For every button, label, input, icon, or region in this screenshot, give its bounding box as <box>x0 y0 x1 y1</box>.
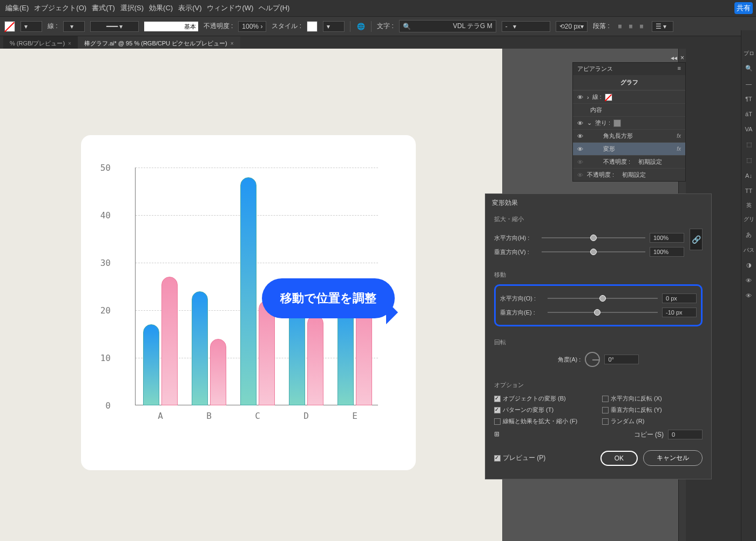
stroke-profile[interactable]: ━━━ ▾ <box>90 21 139 32</box>
rail-text-icon[interactable]: あ <box>741 226 756 243</box>
transform-effect-dialog: 変形効果 拡大・縮小 水平方向(H) : 100% 垂直方向(V) : 100%… <box>485 193 712 479</box>
appearance-roundrect-row[interactable]: 👁 角丸長方形 fx <box>573 129 685 142</box>
rail-glyph[interactable]: グリ <box>741 212 756 226</box>
style-dropdown[interactable]: ▾ <box>323 21 345 32</box>
menu-select[interactable]: 選択(S) <box>118 2 146 14</box>
scale-section: 拡大・縮小 水平方向(H) : 100% 垂直方向(V) : 100% 🔗 <box>485 212 711 268</box>
opt-object-transform[interactable]: オブジェクトの変形 (B) <box>494 395 586 403</box>
menu-format[interactable]: 書式(T) <box>90 2 117 14</box>
text-label: 文字 : <box>377 22 394 31</box>
opacity-value[interactable]: 100% › <box>238 21 266 32</box>
appearance-fill-row[interactable]: 👁 ⌄ 塗り : <box>573 116 685 129</box>
appearance-target: グラフ <box>573 75 685 90</box>
close-icon[interactable]: × <box>231 41 234 46</box>
appearance-transform-row[interactable]: 👁 変形 fx <box>573 142 685 155</box>
rail-glyph-icon[interactable]: áT <box>741 106 756 122</box>
stroke-type[interactable]: 基本 <box>144 22 198 31</box>
align-center-icon[interactable]: ≡ <box>626 22 636 31</box>
align-left-icon[interactable]: ≡ <box>615 22 625 31</box>
appearance-opacity2-row[interactable]: 👁 不透明度 : 初期設定 <box>573 168 685 181</box>
rail-eye-icon[interactable]: 👁 <box>741 273 756 288</box>
eye-icon[interactable]: 👁 <box>577 94 584 101</box>
font-size[interactable]: ⟲ 20 px ▾ <box>556 21 588 32</box>
menu-edit[interactable]: 編集(E) <box>3 2 31 14</box>
rail-color-icon[interactable]: ◑ <box>741 257 756 273</box>
menu-effect[interactable]: 効果(C) <box>147 2 175 14</box>
rail-tt-icon[interactable]: TT <box>741 183 756 198</box>
rail-icon[interactable]: ⬚ <box>741 137 756 152</box>
close-icon[interactable]: × <box>680 54 684 62</box>
options-section: オプション オブジェクトの変形 (B) 水平方向に反転 (X) パターンの変形 … <box>485 378 711 446</box>
opt-pattern-transform[interactable]: パターンの変形 (T) <box>494 406 586 414</box>
rail-search-icon[interactable]: 🔍 <box>741 61 756 76</box>
vscale-slider[interactable] <box>542 251 645 252</box>
hmove-input[interactable]: 0 px <box>662 293 697 303</box>
font-style[interactable]: - ▾ <box>502 21 550 32</box>
rail-eng[interactable]: 英 <box>741 198 756 212</box>
eye-icon[interactable]: 👁 <box>577 146 584 152</box>
share-button[interactable]: 共有 <box>734 2 753 14</box>
style-label: スタイル : <box>272 22 301 31</box>
font-field[interactable]: 🔍 VDL テラG M <box>399 20 496 32</box>
dialog-title: 変形効果 <box>485 194 711 212</box>
rail-aa-icon[interactable]: A↓ <box>741 168 756 183</box>
eye-icon[interactable]: 👁 <box>577 120 584 126</box>
preview-checkbox[interactable]: プレビュー (P) <box>494 453 545 463</box>
stroke-weight[interactable]: ▾ <box>63 21 85 32</box>
rail-icon2[interactable]: ⬚ <box>741 152 756 168</box>
grid-icon[interactable]: ⊞ <box>494 430 503 439</box>
menu-icon[interactable]: ≡ <box>678 65 681 73</box>
hscale-slider[interactable] <box>542 237 645 238</box>
stroke-label: 線 : <box>48 22 58 31</box>
opacity-label: 不透明度 : <box>204 22 233 31</box>
opt-scale-strokes[interactable]: 線幅と効果を拡大・縮小 (F) <box>494 417 586 425</box>
move-highlight: 水平方向(O) : 0 px 垂直方向(E) : -10 px <box>494 284 703 326</box>
move-section: 移動 水平方向(O) : 0 px 垂直方向(E) : -10 px <box>485 268 711 335</box>
menu-object[interactable]: オブジェクト(O) <box>32 2 89 14</box>
annotation-bubble: 移動で位置を調整 <box>262 278 395 318</box>
hscale-input[interactable]: 100% <box>650 233 684 243</box>
rail-type-icon[interactable]: ¶T <box>741 91 756 106</box>
collapse-icon[interactable]: ◂◂ <box>671 54 677 62</box>
link-icon[interactable]: 🔗 <box>690 229 703 250</box>
close-icon[interactable]: × <box>68 41 71 46</box>
panel-title: アピアランス <box>577 65 613 73</box>
rail-va-icon[interactable]: VA <box>741 122 756 137</box>
appearance-stroke-row[interactable]: 👁 › 線 : <box>573 90 685 103</box>
fill-dropdown[interactable]: ▾ <box>21 21 42 32</box>
cancel-button[interactable]: キャンセル <box>643 450 703 466</box>
right-panel-rail: プロ 🔍 — ¶T áT VA ⬚ ⬚ A↓ TT 英 グリ あ パス ◑ 👁 … <box>741 30 756 541</box>
list-dropdown[interactable]: ☰ ▾ <box>652 21 673 32</box>
hmove-slider[interactable] <box>548 298 658 299</box>
menubar: 編集(E) オブジェクト(O) 書式(T) 選択(S) 効果(C) 表示(V) … <box>0 0 756 16</box>
para-label: 段落 : <box>593 22 610 31</box>
opt-reflect-x[interactable]: 水平方向に反転 (X) <box>602 395 694 403</box>
rail-pathfinder[interactable]: パス <box>741 243 756 257</box>
vmove-input[interactable]: -10 px <box>662 308 697 317</box>
rotate-section: 回転 角度(A) : 0° <box>485 335 711 378</box>
vscale-input[interactable]: 100% <box>650 247 684 257</box>
angle-dial[interactable] <box>585 352 600 367</box>
angle-input[interactable]: 0° <box>604 355 639 364</box>
copies-input[interactable]: 0 <box>668 430 703 439</box>
fill-swatch[interactable] <box>4 21 15 32</box>
appearance-opacity1-row[interactable]: 👁 不透明度 : 初期設定 <box>573 155 685 168</box>
globe-icon[interactable]: 🌐 <box>356 22 366 31</box>
para-align[interactable]: ≡ ≡ ≡ <box>615 22 646 31</box>
appearance-panel: ◂◂× アピアランス≡ グラフ 👁 › 線 : 内容 👁 ⌄ 塗り : 👁 角丸… <box>572 62 686 182</box>
rail-dash-icon[interactable]: — <box>741 76 756 91</box>
appearance-content-row[interactable]: 内容 <box>573 103 685 116</box>
align-right-icon[interactable]: ≡ <box>637 22 646 31</box>
control-toolbar: ▾ 線 : ▾ ━━━ ▾ 基本 不透明度 : 100% › スタイル : ▾ … <box>0 16 756 36</box>
style-swatch[interactable] <box>307 21 318 32</box>
ok-button[interactable]: OK <box>600 451 638 466</box>
opt-reflect-y[interactable]: 垂直方向に反転 (Y) <box>602 406 694 414</box>
eye-icon[interactable]: 👁 <box>577 133 584 139</box>
vmove-slider[interactable] <box>548 312 658 313</box>
menu-window[interactable]: ウィンドウ(W) <box>205 2 255 14</box>
menu-view[interactable]: 表示(V) <box>176 2 204 14</box>
rail-eye-icon2[interactable]: 👁 <box>741 288 756 303</box>
opt-random[interactable]: ランダム (R) <box>602 417 694 425</box>
rail-properties[interactable]: プロ <box>741 46 756 61</box>
menu-help[interactable]: ヘルプ(H) <box>256 2 292 14</box>
